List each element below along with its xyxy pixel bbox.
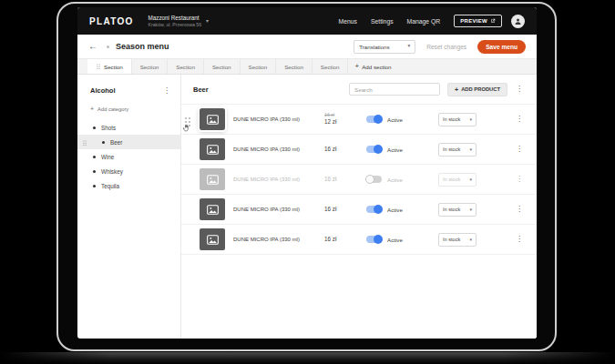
- stock-select[interactable]: In stock ▾: [438, 143, 477, 157]
- product-price: 16 zł: [324, 146, 361, 154]
- chevron-down-icon: ▾: [469, 177, 472, 182]
- topbar-nav-item[interactable]: Manage QR: [407, 18, 441, 25]
- external-link-icon: [490, 18, 496, 24]
- active-toggle-label: Active: [387, 147, 407, 153]
- stock-select[interactable]: In stock ▾: [438, 203, 477, 217]
- add-section-label: Add section: [362, 64, 391, 70]
- active-toggle[interactable]: [366, 206, 382, 213]
- stock-select[interactable]: In stock ▾: [438, 113, 477, 126]
- product-image-placeholder: [200, 168, 225, 190]
- stock-label: In stock: [443, 177, 460, 182]
- tab-label: Section: [176, 64, 195, 70]
- sidebar-item[interactable]: Tequila: [77, 178, 180, 193]
- sidebar-item-label: Beer: [110, 139, 122, 146]
- active-toggle-label: Active: [387, 207, 407, 213]
- laptop-base: [0, 352, 615, 364]
- bullet-icon: [102, 141, 105, 144]
- translations-label: Translations: [359, 44, 389, 50]
- active-toggle-label: Active: [387, 116, 407, 123]
- product-name-link[interactable]: DUNE MICRO IPA (330 ml): [233, 237, 317, 242]
- save-menu-button[interactable]: Save menu: [477, 40, 526, 54]
- tab-label: Section: [104, 64, 123, 70]
- brand-logo: PLATOO: [89, 16, 134, 26]
- chevron-down-icon: ▾: [469, 117, 472, 122]
- restaurant-selector[interactable]: Mazzoni Restaurant Kraków, ul. Przemowa …: [149, 15, 210, 28]
- chevron-down-icon: ▾: [469, 238, 472, 242]
- product-list: DUNE MICRO IPA (330 ml) 16 zł 12 zł Acti…: [181, 104, 537, 255]
- active-toggle[interactable]: [366, 116, 382, 123]
- row-menu-icon[interactable]: ⋮: [516, 116, 523, 123]
- sidebar-item[interactable]: Shots: [77, 120, 180, 135]
- search-input[interactable]: [349, 83, 440, 96]
- active-toggle[interactable]: [366, 236, 382, 243]
- product-image-placeholder: [200, 228, 225, 250]
- sidebar-item-label: Whiskey: [101, 168, 123, 175]
- row-menu-icon[interactable]: ⋮: [516, 206, 523, 213]
- translations-select[interactable]: Translations ▾: [354, 40, 415, 54]
- stock-select[interactable]: In stock ▾: [438, 233, 477, 247]
- product-name-link[interactable]: DUNE MICRO IPA (330 ml): [233, 177, 317, 182]
- image-icon: [207, 235, 219, 245]
- topbar-nav: MenusSettingsManage QR: [339, 18, 441, 25]
- preview-button[interactable]: PREVIEW: [454, 15, 502, 27]
- product-current-price: 16 zł: [324, 206, 361, 214]
- stock-label: In stock: [443, 116, 460, 122]
- chevron-down-icon: ▾: [469, 147, 472, 152]
- image-icon: [207, 145, 219, 155]
- add-section-button[interactable]: + Add section: [354, 59, 391, 74]
- row-menu-icon[interactable]: ⋮: [516, 146, 523, 153]
- sidebar-item-label: Tequila: [101, 183, 119, 189]
- tab-label: Section: [249, 64, 268, 70]
- topbar-nav-item[interactable]: Settings: [371, 18, 394, 25]
- tab-section[interactable]: Section: [276, 59, 313, 74]
- stock-label: In stock: [443, 207, 460, 212]
- app-window: PLATOO Mazzoni Restaurant Kraków, ul. Pr…: [77, 7, 537, 339]
- tab-label: Section: [321, 64, 340, 70]
- tab-section[interactable]: Section: [313, 59, 349, 74]
- product-name-link[interactable]: DUNE MICRO IPA (330 ml): [233, 147, 317, 152]
- row-menu-icon[interactable]: ⋮: [516, 176, 523, 183]
- add-product-label: ADD PRODUCT: [461, 86, 500, 92]
- section-menu-icon[interactable]: ⋮: [516, 86, 523, 93]
- product-name-link[interactable]: DUNE MICRO IPA (330 ml): [233, 207, 317, 212]
- stock-select[interactable]: In stock ▾: [438, 173, 477, 187]
- sidebar-item-label: Wine: [101, 154, 114, 160]
- sidebar-menu-icon[interactable]: ⋮: [163, 87, 170, 95]
- bullet-icon: [93, 170, 96, 173]
- tab-section[interactable]: Section: [87, 59, 132, 74]
- reset-changes-button[interactable]: Reset changes: [426, 44, 466, 50]
- product-price: 16 zł: [324, 206, 361, 214]
- bullet-icon: [93, 156, 96, 158]
- tab-section[interactable]: Section: [204, 59, 241, 74]
- chevron-down-icon: ▾: [469, 207, 472, 212]
- user-icon: [514, 17, 522, 25]
- bullet-icon: [93, 126, 96, 129]
- sidebar-item[interactable]: Whiskey: [77, 164, 180, 178]
- sidebar-item[interactable]: Beer: [77, 135, 180, 149]
- product-image-placeholder: [200, 198, 225, 220]
- add-product-button[interactable]: + ADD PRODUCT: [447, 83, 507, 96]
- product-price: 16 zł: [324, 236, 361, 244]
- product-old-price: 16 zł: [324, 112, 361, 118]
- product-name-link[interactable]: DUNE MICRO IPA (330 ml): [233, 116, 317, 122]
- add-category-button[interactable]: + Add category: [90, 106, 168, 112]
- product-current-price: 12 zł: [324, 118, 361, 126]
- user-avatar[interactable]: [511, 15, 525, 28]
- row-menu-icon[interactable]: ⋮: [516, 236, 523, 243]
- sidebar-item[interactable]: Wine: [77, 149, 180, 164]
- tab-section[interactable]: Section: [241, 59, 277, 74]
- restaurant-name: Mazzoni Restaurant: [149, 15, 202, 22]
- chevron-down-icon: ▾: [407, 44, 410, 49]
- image-icon: [207, 205, 219, 215]
- tab-section[interactable]: Section: [168, 59, 204, 74]
- active-toggle[interactable]: [366, 176, 382, 183]
- image-icon: [207, 175, 219, 185]
- back-arrow-icon[interactable]: ←: [88, 42, 97, 51]
- tab-section[interactable]: Section: [132, 59, 169, 74]
- topbar-nav-item[interactable]: Menus: [339, 18, 357, 25]
- page-title: Season menu: [116, 42, 169, 51]
- product-current-price: 16 zł: [324, 176, 361, 184]
- tab-label: Section: [284, 64, 303, 70]
- active-toggle[interactable]: [366, 146, 382, 153]
- product-current-price: 16 zł: [324, 236, 361, 244]
